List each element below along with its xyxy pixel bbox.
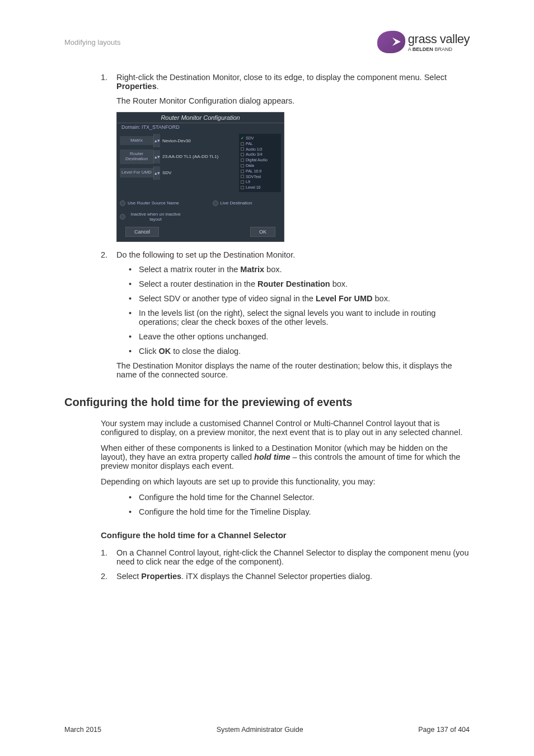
section-heading: Configuring the hold time for the previe… (64, 396, 470, 409)
page-footer: March 2015 System Administrator Guide Pa… (64, 726, 470, 734)
footer-page: Page 137 of 404 (418, 726, 470, 734)
level-item[interactable]: Audio 1/2 (241, 147, 279, 152)
step-number: 1. (101, 73, 116, 91)
list-item: • Configure the hold time for the Timeli… (129, 507, 470, 516)
bullet-icon: • (129, 279, 139, 288)
radio-icon (120, 214, 125, 220)
level-item[interactable]: SDVTest (241, 174, 279, 180)
dialog-buttons: Cancel OK (117, 227, 284, 237)
footer-title: System Administrator Guide (217, 726, 303, 734)
checkbox-icon (241, 186, 244, 189)
router-monitor-config-dialog: Router Monitor Configuration Domain: ITX… (116, 112, 284, 242)
dialog-left-panel: Matrix ▴▾ Nevion-Dev30 Router Destinatio… (120, 134, 239, 192)
body-paragraph: When either of these components is linke… (101, 444, 470, 470)
bullet-icon: • (129, 294, 139, 303)
matrix-label: Matrix (120, 136, 153, 146)
level-item[interactable]: Audio 3/4 (241, 152, 279, 157)
check-icon: ✓ (241, 136, 244, 141)
router-dest-spinner[interactable]: ▴▾ (153, 150, 160, 164)
radio-icon (120, 200, 125, 206)
dialog-title: Router Monitor Configuration (117, 113, 284, 123)
page-header: Modifying layouts grass valley A BELDEN … (64, 31, 470, 56)
footer-date: March 2015 (64, 726, 101, 734)
step-text: Do the following to set up the Destinati… (116, 250, 470, 259)
level-item[interactable]: PAL (241, 141, 279, 147)
level-item[interactable]: Level 10 (241, 185, 279, 190)
dialog-body: Matrix ▴▾ Nevion-Dev30 Router Destinatio… (117, 131, 284, 195)
step-2-bullets: • Select a matrix router in the Matrix b… (101, 265, 470, 356)
list-item: • Select a router destination in the Rou… (129, 279, 470, 288)
step-number: 2. (101, 572, 116, 581)
bullet-icon: • (129, 347, 139, 356)
level-item[interactable]: PAL 16:9 (241, 169, 279, 174)
checkbox-icon (241, 180, 244, 184)
checkbox-icon (241, 158, 244, 162)
level-umd-row: Level For UMD ▴▾ SDV (120, 166, 239, 180)
level-umd-label: Level For UMD (120, 168, 153, 178)
subsection-heading: Configure the hold time for a Channel Se… (101, 530, 470, 540)
bullet-icon: • (129, 507, 139, 516)
matrix-spinner[interactable]: ▴▾ (153, 134, 160, 147)
checkbox-icon (241, 147, 244, 151)
checkbox-icon (241, 153, 244, 156)
radio-icon (213, 200, 218, 206)
step-number: 1. (101, 548, 116, 566)
cancel-button[interactable]: Cancel (125, 227, 159, 237)
list-item: • Click OK to close the dialog. (129, 347, 470, 356)
list-item: • Configure the hold time for the Channe… (129, 493, 470, 502)
checkbox-icon (241, 175, 244, 178)
logo: grass valley A BELDEN BRAND (377, 31, 470, 53)
list-item: • Leave the other options unchanged. (129, 332, 470, 341)
bullet-icon: • (129, 332, 139, 341)
level-umd-spinner[interactable]: ▴▾ (153, 166, 160, 180)
use-router-source-option[interactable]: Use Router Source Name (120, 200, 179, 206)
step-text: Select Properties. iTX displays the Chan… (116, 572, 470, 581)
inactive-layout-option[interactable]: Inactive when on inactive layout (120, 212, 184, 222)
step-1-followup: The Router Monitor Configuration dialog … (101, 96, 470, 105)
router-dest-label: Router Destination (120, 150, 153, 164)
dialog-options: Use Router Source Name Live Destination … (117, 195, 284, 227)
level-item[interactable]: Data (241, 163, 279, 169)
step-2: 2. Do the following to set up the Destin… (101, 250, 470, 259)
body-paragraph: Depending on which layouts are set up to… (101, 477, 470, 486)
checkbox-icon (241, 164, 244, 167)
step-text: Right-click the Destination Monitor, clo… (116, 73, 470, 91)
matrix-row: Matrix ▴▾ Nevion-Dev30 (120, 134, 239, 147)
levels-list[interactable]: ✓SDV PAL Audio 1/2 Audio 3/4 Digital Aud… (239, 134, 281, 192)
dialog-domain: Domain: ITX_STANFORD (117, 123, 284, 131)
list-item: • Select SDV or another type of video si… (129, 294, 470, 303)
ok-button[interactable]: OK (250, 227, 275, 237)
logo-text-block: grass valley A BELDEN BRAND (408, 32, 470, 52)
router-dest-value: 23:AA-DD TL1 (AA-DD TL1) (160, 152, 239, 161)
checkbox-icon (241, 170, 244, 173)
body-paragraph: Your system may include a customised Cha… (101, 419, 470, 437)
list-item: • In the levels list (on the right), sel… (129, 309, 470, 326)
content: 1. Right-click the Destination Monitor, … (64, 73, 470, 581)
step-2-followup: The Destination Monitor displays the nam… (101, 361, 470, 379)
cs-step-1: 1. On a Channel Control layout, right-cl… (101, 548, 470, 566)
level-item[interactable]: ✓SDV (241, 136, 279, 141)
header-section-text: Modifying layouts (64, 38, 120, 46)
logo-tagline: A BELDEN BRAND (408, 46, 470, 52)
level-item[interactable]: Digital Audio (241, 157, 279, 163)
bullet-icon: • (129, 265, 139, 274)
logo-icon (377, 31, 405, 53)
logo-name: grass valley (408, 32, 470, 46)
bullet-icon: • (129, 309, 139, 326)
list-item: • Select a matrix router in the Matrix b… (129, 265, 470, 274)
bullet-icon: • (129, 493, 139, 502)
step-1: 1. Right-click the Destination Monitor, … (101, 73, 470, 91)
level-item[interactable]: L9 (241, 179, 279, 185)
step-number: 2. (101, 250, 116, 259)
router-dest-row: Router Destination ▴▾ 23:AA-DD TL1 (AA-D… (120, 150, 239, 164)
cs-step-2: 2. Select Properties. iTX displays the C… (101, 572, 470, 581)
checkbox-icon (241, 142, 244, 146)
level-umd-value: SDV (160, 168, 239, 178)
live-destination-option[interactable]: Live Destination (213, 200, 252, 206)
matrix-value: Nevion-Dev30 (160, 136, 239, 146)
step-text: On a Channel Control layout, right-click… (116, 548, 470, 566)
functionality-bullets: • Configure the hold time for the Channe… (101, 493, 470, 516)
